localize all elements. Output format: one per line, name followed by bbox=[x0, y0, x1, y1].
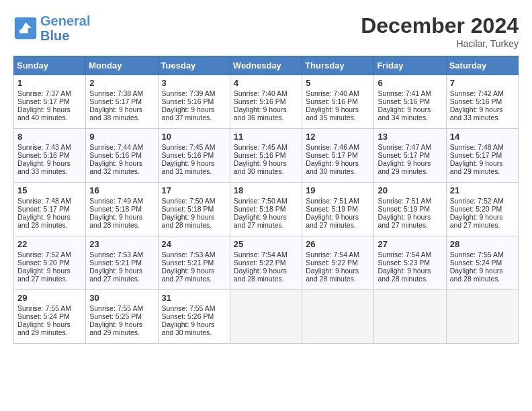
calendar-cell: 9Sunrise: 7:44 AMSunset: 5:16 PMDaylight… bbox=[86, 129, 158, 183]
sunset-text: Sunset: 5:18 PM bbox=[162, 205, 214, 213]
sunset-text: Sunset: 5:25 PM bbox=[89, 312, 142, 320]
sunset-text: Sunset: 5:19 PM bbox=[378, 205, 430, 213]
daylight-text: Daylight: 9 hours and 27 minutes. bbox=[450, 213, 503, 229]
calendar-cell: 21Sunrise: 7:52 AMSunset: 5:20 PMDayligh… bbox=[446, 183, 518, 236]
calendar-cell: 1Sunrise: 7:37 AMSunset: 5:17 PMDaylight… bbox=[14, 75, 86, 129]
daylight-text: Daylight: 9 hours and 29 minutes. bbox=[89, 320, 142, 336]
sunrise-text: Sunrise: 7:50 AM bbox=[162, 197, 216, 205]
sunrise-text: Sunrise: 7:43 AM bbox=[17, 143, 71, 151]
day-number: 23 bbox=[89, 239, 154, 249]
day-number: 9 bbox=[89, 132, 154, 142]
sunrise-text: Sunrise: 7:51 AM bbox=[306, 197, 359, 205]
sunset-text: Sunset: 5:20 PM bbox=[17, 259, 70, 267]
sunset-text: Sunset: 5:20 PM bbox=[450, 205, 502, 213]
calendar-cell: 14Sunrise: 7:48 AMSunset: 5:17 PMDayligh… bbox=[446, 129, 518, 183]
weekday-header-wednesday: Wednesday bbox=[230, 56, 302, 75]
calendar-cell: 19Sunrise: 7:51 AMSunset: 5:19 PMDayligh… bbox=[302, 183, 374, 236]
calendar-cell: 4Sunrise: 7:40 AMSunset: 5:16 PMDaylight… bbox=[230, 75, 302, 129]
calendar-cell: 17Sunrise: 7:50 AMSunset: 5:18 PMDayligh… bbox=[158, 183, 230, 236]
calendar-cell: 18Sunrise: 7:50 AMSunset: 5:18 PMDayligh… bbox=[230, 183, 302, 236]
sunset-text: Sunset: 5:16 PM bbox=[162, 151, 214, 159]
day-number: 27 bbox=[378, 239, 442, 249]
sunrise-text: Sunrise: 7:41 AM bbox=[378, 89, 431, 97]
day-number: 13 bbox=[378, 132, 442, 142]
sunset-text: Sunset: 5:26 PM bbox=[162, 312, 214, 320]
sunset-text: Sunset: 5:17 PM bbox=[450, 151, 502, 159]
calendar-cell: 20Sunrise: 7:51 AMSunset: 5:19 PMDayligh… bbox=[374, 183, 446, 236]
daylight-text: Daylight: 9 hours and 27 minutes. bbox=[378, 213, 431, 229]
daylight-text: Daylight: 9 hours and 32 minutes. bbox=[89, 159, 142, 175]
sunrise-text: Sunrise: 7:53 AM bbox=[89, 250, 143, 259]
weekday-header-tuesday: Tuesday bbox=[158, 56, 230, 75]
daylight-text: Daylight: 9 hours and 28 minutes. bbox=[450, 267, 503, 283]
sunrise-text: Sunrise: 7:48 AM bbox=[17, 197, 71, 205]
calendar-week-row-5: 29Sunrise: 7:55 AMSunset: 5:24 PMDayligh… bbox=[14, 290, 519, 344]
sunrise-text: Sunrise: 7:40 AM bbox=[306, 89, 359, 97]
day-number: 28 bbox=[450, 239, 515, 249]
day-number: 18 bbox=[234, 185, 298, 195]
day-number: 2 bbox=[89, 78, 154, 88]
sunset-text: Sunset: 5:23 PM bbox=[378, 259, 430, 267]
day-number: 11 bbox=[234, 132, 298, 142]
daylight-text: Daylight: 9 hours and 36 minutes. bbox=[234, 105, 287, 122]
sunset-text: Sunset: 5:19 PM bbox=[306, 205, 358, 213]
calendar-cell bbox=[446, 290, 518, 344]
day-number: 31 bbox=[162, 293, 226, 303]
calendar-week-row-2: 8Sunrise: 7:43 AMSunset: 5:16 PMDaylight… bbox=[14, 129, 519, 183]
calendar-cell: 10Sunrise: 7:45 AMSunset: 5:16 PMDayligh… bbox=[158, 129, 230, 183]
sunset-text: Sunset: 5:16 PM bbox=[234, 97, 286, 105]
daylight-text: Daylight: 9 hours and 27 minutes. bbox=[17, 267, 71, 283]
sunrise-text: Sunrise: 7:46 AM bbox=[306, 143, 359, 151]
sunrise-text: Sunrise: 7:45 AM bbox=[234, 143, 287, 151]
sunset-text: Sunset: 5:21 PM bbox=[89, 259, 142, 267]
sunrise-text: Sunrise: 7:42 AM bbox=[450, 89, 504, 97]
sunset-text: Sunset: 5:21 PM bbox=[162, 259, 214, 267]
daylight-text: Daylight: 9 hours and 27 minutes. bbox=[234, 213, 287, 229]
calendar-cell: 22Sunrise: 7:52 AMSunset: 5:20 PMDayligh… bbox=[14, 236, 86, 290]
daylight-text: Daylight: 9 hours and 27 minutes. bbox=[306, 213, 359, 229]
sunset-text: Sunset: 5:16 PM bbox=[162, 97, 214, 105]
day-number: 24 bbox=[162, 239, 226, 249]
weekday-header-sunday: Sunday bbox=[14, 56, 86, 75]
sunset-text: Sunset: 5:18 PM bbox=[234, 205, 286, 213]
page-header: General Blue December 2024 Hacilar, Turk… bbox=[13, 13, 519, 49]
day-number: 19 bbox=[306, 185, 370, 195]
sunrise-text: Sunrise: 7:51 AM bbox=[378, 197, 431, 205]
logo-text: General Blue bbox=[40, 13, 90, 43]
calendar-cell: 24Sunrise: 7:53 AMSunset: 5:21 PMDayligh… bbox=[158, 236, 230, 290]
calendar-table: SundayMondayTuesdayWednesdayThursdayFrid… bbox=[13, 56, 519, 344]
daylight-text: Daylight: 9 hours and 37 minutes. bbox=[162, 105, 215, 122]
calendar-cell: 15Sunrise: 7:48 AMSunset: 5:17 PMDayligh… bbox=[14, 183, 86, 236]
sunrise-text: Sunrise: 7:54 AM bbox=[306, 250, 359, 259]
sunrise-text: Sunrise: 7:45 AM bbox=[162, 143, 216, 151]
daylight-text: Daylight: 9 hours and 35 minutes. bbox=[306, 105, 359, 122]
calendar-cell: 16Sunrise: 7:49 AMSunset: 5:18 PMDayligh… bbox=[86, 183, 158, 236]
sunset-text: Sunset: 5:17 PM bbox=[17, 97, 70, 105]
sunset-text: Sunset: 5:17 PM bbox=[89, 97, 142, 105]
day-number: 20 bbox=[378, 185, 442, 195]
sunset-text: Sunset: 5:16 PM bbox=[17, 151, 70, 159]
calendar-week-row-1: 1Sunrise: 7:37 AMSunset: 5:17 PMDaylight… bbox=[14, 75, 519, 129]
title-block: December 2024 Hacilar, Turkey bbox=[361, 13, 519, 49]
sunrise-text: Sunrise: 7:54 AM bbox=[378, 250, 431, 259]
logo-line1: General bbox=[40, 13, 90, 28]
sunset-text: Sunset: 5:17 PM bbox=[378, 151, 430, 159]
daylight-text: Daylight: 9 hours and 29 minutes. bbox=[378, 159, 431, 175]
sunrise-text: Sunrise: 7:38 AM bbox=[89, 89, 143, 97]
sunrise-text: Sunrise: 7:55 AM bbox=[89, 304, 143, 312]
sunrise-text: Sunrise: 7:54 AM bbox=[234, 250, 287, 259]
calendar-cell: 31Sunrise: 7:55 AMSunset: 5:26 PMDayligh… bbox=[158, 290, 230, 344]
day-number: 6 bbox=[378, 78, 442, 88]
sunrise-text: Sunrise: 7:37 AM bbox=[17, 89, 71, 97]
sunset-text: Sunset: 5:17 PM bbox=[306, 151, 358, 159]
weekday-header-row: SundayMondayTuesdayWednesdayThursdayFrid… bbox=[14, 56, 519, 75]
calendar-cell: 23Sunrise: 7:53 AMSunset: 5:21 PMDayligh… bbox=[86, 236, 158, 290]
calendar-cell bbox=[230, 290, 302, 344]
calendar-cell: 8Sunrise: 7:43 AMSunset: 5:16 PMDaylight… bbox=[14, 129, 86, 183]
daylight-text: Daylight: 9 hours and 28 minutes. bbox=[162, 213, 215, 229]
daylight-text: Daylight: 9 hours and 34 minutes. bbox=[378, 105, 431, 122]
sunset-text: Sunset: 5:24 PM bbox=[17, 312, 70, 320]
calendar-cell: 28Sunrise: 7:55 AMSunset: 5:24 PMDayligh… bbox=[446, 236, 518, 290]
daylight-text: Daylight: 9 hours and 27 minutes. bbox=[89, 267, 142, 283]
sunrise-text: Sunrise: 7:55 AM bbox=[450, 250, 504, 259]
